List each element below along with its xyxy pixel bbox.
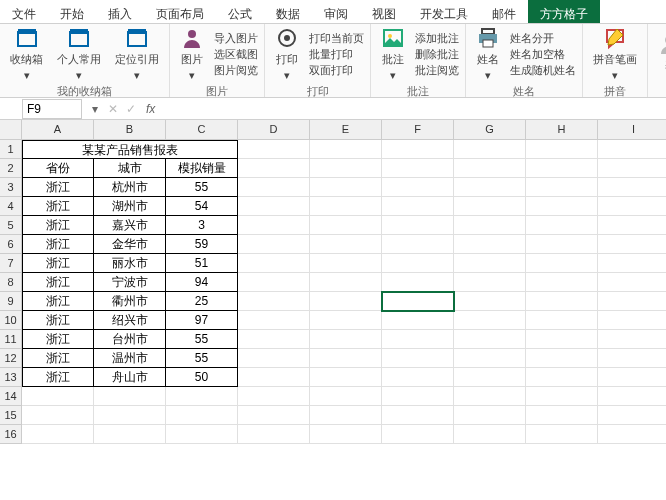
- cell-D5[interactable]: [238, 216, 310, 235]
- cell-E8[interactable]: [310, 273, 382, 292]
- ribbon-姓名分开[interactable]: 姓名分开: [510, 31, 576, 46]
- cell-A3[interactable]: 浙江: [22, 178, 94, 197]
- cell-C9[interactable]: 25: [166, 292, 238, 311]
- cell-D4[interactable]: [238, 197, 310, 216]
- cell-F15[interactable]: [382, 406, 454, 425]
- formula-bar[interactable]: [161, 107, 666, 111]
- cell-D14[interactable]: [238, 387, 310, 406]
- cell-A14[interactable]: [22, 387, 94, 406]
- ribbon-姓名[interactable]: 姓名▾: [472, 24, 504, 84]
- name-box[interactable]: F9: [22, 99, 82, 119]
- cell-H9[interactable]: [526, 292, 598, 311]
- cell-D12[interactable]: [238, 349, 310, 368]
- cell-H11[interactable]: [526, 330, 598, 349]
- cell-I9[interactable]: [598, 292, 666, 311]
- row-header-11[interactable]: 11: [0, 330, 22, 349]
- cell-F1[interactable]: [382, 140, 454, 159]
- cell-G15[interactable]: [454, 406, 526, 425]
- cell-C11[interactable]: 55: [166, 330, 238, 349]
- ribbon-批注阅览[interactable]: 批注阅览: [415, 63, 459, 78]
- ribbon-导入图片[interactable]: 导入图片: [214, 31, 258, 46]
- cell-G2[interactable]: [454, 159, 526, 178]
- fx-icon[interactable]: fx: [140, 102, 161, 116]
- ribbon-生成随机姓名[interactable]: 生成随机姓名: [510, 63, 576, 78]
- ribbon-打印[interactable]: 打印▾: [271, 24, 303, 84]
- cell-I10[interactable]: [598, 311, 666, 330]
- cell-H3[interactable]: [526, 178, 598, 197]
- row-header-6[interactable]: 6: [0, 235, 22, 254]
- cell-H13[interactable]: [526, 368, 598, 387]
- ribbon-图片阅览[interactable]: 图片阅览: [214, 63, 258, 78]
- cell-D6[interactable]: [238, 235, 310, 254]
- cell-E5[interactable]: [310, 216, 382, 235]
- ribbon-选区截图[interactable]: 选区截图: [214, 47, 258, 62]
- cell-G11[interactable]: [454, 330, 526, 349]
- row-header-2[interactable]: 2: [0, 159, 22, 178]
- ribbon-收纳箱[interactable]: 收纳箱▾: [6, 24, 47, 84]
- cell-H8[interactable]: [526, 273, 598, 292]
- name-box-dropdown[interactable]: ▾: [86, 102, 104, 116]
- ribbon-批量打印[interactable]: 批量打印: [309, 47, 364, 62]
- col-header-H[interactable]: H: [526, 120, 598, 140]
- cell-B7[interactable]: 丽水市: [94, 254, 166, 273]
- ribbon-双面打印[interactable]: 双面打印: [309, 63, 364, 78]
- cell-F6[interactable]: [382, 235, 454, 254]
- cell-D11[interactable]: [238, 330, 310, 349]
- cell-A8[interactable]: 浙江: [22, 273, 94, 292]
- cell-G1[interactable]: [454, 140, 526, 159]
- menu-文件[interactable]: 文件: [0, 0, 48, 23]
- row-header-8[interactable]: 8: [0, 273, 22, 292]
- cell-I8[interactable]: [598, 273, 666, 292]
- cell-C6[interactable]: 59: [166, 235, 238, 254]
- cell-C7[interactable]: 51: [166, 254, 238, 273]
- cell-F12[interactable]: [382, 349, 454, 368]
- cell-F10[interactable]: [382, 311, 454, 330]
- cell-A9[interactable]: 浙江: [22, 292, 94, 311]
- cell-F8[interactable]: [382, 273, 454, 292]
- cell-I4[interactable]: [598, 197, 666, 216]
- cell-I12[interactable]: [598, 349, 666, 368]
- select-all-corner[interactable]: [0, 120, 22, 140]
- cell-E1[interactable]: [310, 140, 382, 159]
- menu-页面布局[interactable]: 页面布局: [144, 0, 216, 23]
- cell-F16[interactable]: [382, 425, 454, 444]
- cell-I2[interactable]: [598, 159, 666, 178]
- cell-B3[interactable]: 杭州市: [94, 178, 166, 197]
- cell-I15[interactable]: [598, 406, 666, 425]
- cell-G4[interactable]: [454, 197, 526, 216]
- cell-I7[interactable]: [598, 254, 666, 273]
- cell-E15[interactable]: [310, 406, 382, 425]
- cell-H4[interactable]: [526, 197, 598, 216]
- cell-F7[interactable]: [382, 254, 454, 273]
- cell-I1[interactable]: [598, 140, 666, 159]
- ribbon-拼音笔画[interactable]: 拼音笔画▾: [589, 24, 641, 84]
- cell-H10[interactable]: [526, 311, 598, 330]
- cell-G16[interactable]: [454, 425, 526, 444]
- cell-A2[interactable]: 省份: [22, 159, 94, 178]
- cell-G14[interactable]: [454, 387, 526, 406]
- cell-H6[interactable]: [526, 235, 598, 254]
- cell-C14[interactable]: [166, 387, 238, 406]
- cell-A4[interactable]: 浙江: [22, 197, 94, 216]
- row-header-12[interactable]: 12: [0, 349, 22, 368]
- cell-G10[interactable]: [454, 311, 526, 330]
- cell-E4[interactable]: [310, 197, 382, 216]
- cell-B14[interactable]: [94, 387, 166, 406]
- cell-C8[interactable]: 94: [166, 273, 238, 292]
- cell-D1[interactable]: [238, 140, 310, 159]
- cell-B8[interactable]: 宁波市: [94, 273, 166, 292]
- cell-D8[interactable]: [238, 273, 310, 292]
- cell-F14[interactable]: [382, 387, 454, 406]
- cell-G8[interactable]: [454, 273, 526, 292]
- cell-E10[interactable]: [310, 311, 382, 330]
- menu-开始[interactable]: 开始: [48, 0, 96, 23]
- cell-A16[interactable]: [22, 425, 94, 444]
- cell-D10[interactable]: [238, 311, 310, 330]
- cell-E7[interactable]: [310, 254, 382, 273]
- cell-I3[interactable]: [598, 178, 666, 197]
- ribbon-批注[interactable]: 批注▾: [377, 24, 409, 84]
- cell-G6[interactable]: [454, 235, 526, 254]
- ribbon-图片[interactable]: 图片▾: [176, 24, 208, 84]
- cell-H2[interactable]: [526, 159, 598, 178]
- menu-审阅[interactable]: 审阅: [312, 0, 360, 23]
